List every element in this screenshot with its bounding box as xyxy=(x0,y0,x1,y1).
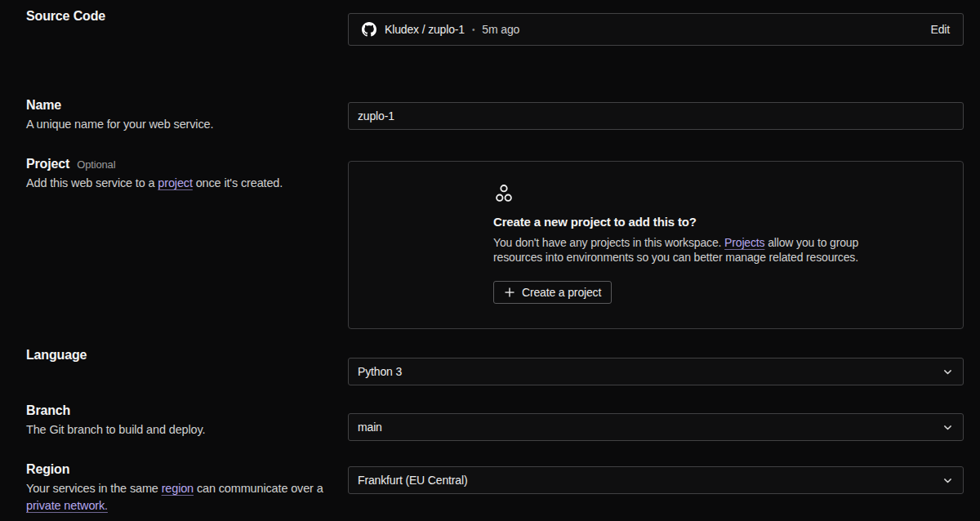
branch-value: main xyxy=(358,421,382,434)
region-value: Frankfurt (EU Central) xyxy=(358,474,467,487)
card-body-text: You don't have any projects in this work… xyxy=(493,236,724,249)
region-desc-text-2: can communicate over a xyxy=(194,482,323,495)
chevron-down-icon xyxy=(942,475,953,486)
project-desc-text-2: once it's created. xyxy=(193,176,283,189)
project-heading: Project xyxy=(26,156,69,171)
card-body-line1: You don't have any projects in this work… xyxy=(493,236,918,251)
region-select[interactable]: Frankfurt (EU Central) xyxy=(348,466,964,494)
projects-link[interactable]: Projects xyxy=(724,236,764,249)
language-select[interactable]: Python 3 xyxy=(348,358,964,385)
create-project-body: You don't have any projects in this work… xyxy=(493,236,918,265)
branch-description: The Git branch to build and deploy. xyxy=(26,421,325,439)
new-web-service-page: Source Code Kludex / zuplo-1 • 5m ago Ed… xyxy=(0,0,980,521)
last-updated: 5m ago xyxy=(482,23,519,36)
language-heading: Language xyxy=(26,347,87,363)
dot-separator: • xyxy=(472,25,474,34)
language-value: Python 3 xyxy=(358,365,402,378)
project-heading-row: Project Optional xyxy=(26,156,115,171)
chevron-down-icon xyxy=(942,367,953,377)
branch-select[interactable]: main xyxy=(348,413,964,441)
repo-name: Kludex / zuplo-1 xyxy=(385,23,465,36)
region-description: Your services in the same region can com… xyxy=(26,480,325,514)
name-heading: Name xyxy=(26,97,61,113)
create-project-card: Create a new project to add this to? You… xyxy=(348,161,964,329)
service-name-input[interactable] xyxy=(348,102,964,130)
create-project-button[interactable]: Create a project xyxy=(493,281,612,304)
github-icon xyxy=(362,22,376,37)
optional-badge: Optional xyxy=(77,158,115,171)
card-body-text-2: allow you to group xyxy=(764,236,858,249)
create-project-button-label: Create a project xyxy=(522,286,601,299)
name-description: A unique name for your web service. xyxy=(26,116,325,133)
region-heading: Region xyxy=(26,461,69,477)
private-network-link[interactable]: private network. xyxy=(26,499,108,512)
region-desc-text: Your services in the same xyxy=(26,482,162,495)
edit-source-button[interactable]: Edit xyxy=(930,23,950,36)
branch-heading: Branch xyxy=(26,403,70,418)
cluster-icon xyxy=(493,183,514,204)
card-body-line2: resources into environments so you can b… xyxy=(493,251,918,265)
region-link[interactable]: region xyxy=(162,482,194,495)
source-code-heading: Source Code xyxy=(26,8,105,24)
source-repo-box: Kludex / zuplo-1 • 5m ago Edit xyxy=(348,13,964,46)
chevron-down-icon xyxy=(942,422,953,433)
project-description: Add this web service to a project once i… xyxy=(26,175,325,192)
project-link[interactable]: project xyxy=(158,176,192,189)
create-project-title: Create a new project to add this to? xyxy=(493,213,918,231)
plus-icon xyxy=(504,287,515,298)
project-desc-text: Add this web service to a xyxy=(26,176,158,189)
